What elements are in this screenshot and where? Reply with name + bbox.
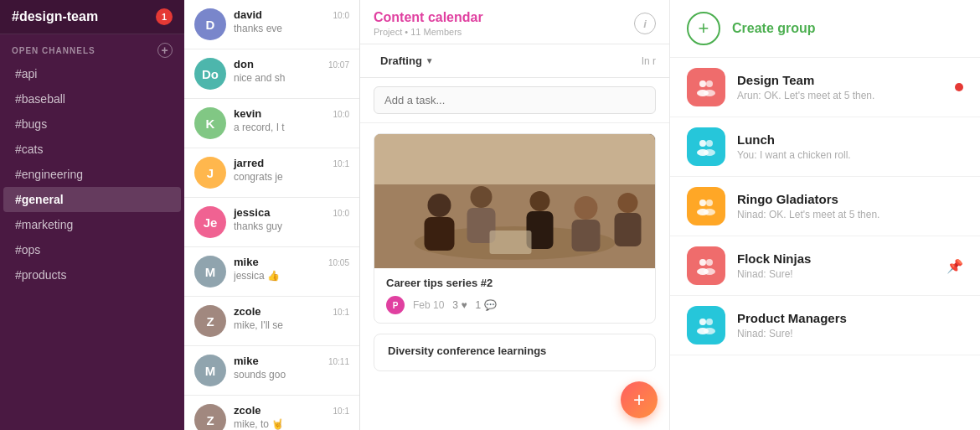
chat-time-zcole: 10:1 (333, 308, 349, 317)
svg-point-3 (428, 194, 451, 217)
chat-preview-mike2: sounds goo (234, 369, 349, 381)
main-title: Content calendar (374, 10, 483, 25)
chat-preview-jessica: thanks guy (234, 220, 349, 232)
group-info-product-managers: Product Managers Ninad: Sure! (737, 311, 963, 339)
chat-item-mike2[interactable]: M mike 10:11 sounds goo (184, 346, 359, 396)
chat-avatar-jessica: Je (194, 206, 226, 238)
group-preview-product-managers: Ninad: Sure! (737, 328, 963, 339)
create-group-label: Create group (732, 21, 816, 36)
main-toolbar: Drafting ▼ In r (360, 44, 669, 78)
group-item-ringo-gladiators[interactable]: Ringo Gladiators Ninad: OK. Let's meet a… (670, 177, 980, 236)
svg-point-7 (530, 191, 550, 211)
group-info-design-team: Design Team Arun: OK. Let's meet at 5 th… (737, 73, 963, 101)
svg-point-25 (704, 209, 715, 215)
sidebar-item-general[interactable]: #general (3, 187, 181, 212)
card-body: Career tips series #2 P Feb 10 3 ♥ 1 💬 (374, 268, 655, 323)
sidebar-item-ops[interactable]: #ops (3, 237, 181, 262)
add-task-fab[interactable]: + (621, 381, 658, 418)
chat-item-mike[interactable]: M mike 10:05 jessica 👍 (184, 247, 359, 297)
task-input[interactable] (374, 86, 656, 114)
right-panel: + Create group Design Team Arun: OK. Let… (670, 0, 980, 430)
group-item-flock-ninjas[interactable]: Flock Ninjas Ninad: Sure! 📌 (670, 236, 980, 296)
sidebar: #design-team 1 OPEN CHANNELS + #api#base… (0, 0, 184, 430)
svg-rect-12 (615, 213, 642, 246)
create-group-icon: + (687, 12, 720, 45)
svg-point-33 (704, 328, 715, 334)
card-comments: 1 💬 (476, 299, 497, 311)
group-name-flock-ninjas: Flock Ninjas (737, 251, 963, 266)
card-meta: P Feb 10 3 ♥ 1 💬 (386, 296, 643, 314)
sidebar-item-baseball[interactable]: #baseball (3, 86, 181, 111)
chat-name-david: david (234, 8, 262, 21)
drafting-button[interactable]: Drafting ▼ (374, 51, 441, 70)
chat-item-jarred[interactable]: J jarred 10:1 congrats je (184, 148, 359, 198)
create-group-button[interactable]: + Create group (670, 0, 980, 58)
chat-items-container: D david 10:0 thanks eve Do don 10:07 nic… (184, 0, 359, 430)
chat-info-don: don 10:07 nice and sh (234, 58, 349, 84)
group-preview-flock-ninjas: Ninad: Sure! (737, 268, 963, 280)
svg-rect-13 (490, 231, 532, 254)
chat-preview-mike: jessica 👍 (234, 270, 349, 282)
sidebar-item-bugs[interactable]: #bugs (3, 111, 181, 137)
group-list: Design Team Arun: OK. Let's meet at 5 th… (670, 58, 980, 355)
group-preview-ringo-gladiators: Ninad: OK. Let's meet at 5 then. (737, 209, 963, 220)
chat-item-david[interactable]: D david 10:0 thanks eve (184, 0, 359, 49)
sidebar-item-products[interactable]: #products (3, 262, 181, 288)
chat-time-kevin: 10:0 (333, 110, 349, 119)
chat-name-mike2: mike (234, 355, 259, 367)
add-channel-button[interactable]: + (157, 43, 173, 58)
sidebar-item-engineering[interactable]: #engineering (3, 162, 181, 187)
card-image (374, 134, 655, 268)
chat-name-jessica: jessica (234, 206, 270, 219)
group-info-ringo-gladiators: Ringo Gladiators Ninad: OK. Let's meet a… (737, 192, 963, 220)
info-icon[interactable]: i (634, 13, 656, 34)
svg-point-17 (704, 90, 715, 96)
group-icon-ringo-gladiators (687, 187, 725, 225)
chat-time-david: 10:0 (333, 11, 349, 20)
chat-avatar-mike2: M (194, 355, 226, 386)
group-info-flock-ninjas: Flock Ninjas Ninad: Sure! (737, 251, 963, 280)
chat-time-zcole2: 10:1 (333, 407, 349, 416)
chat-name-jarred: jarred (234, 157, 264, 169)
group-item-lunch[interactable]: Lunch You: I want a chicken roll. (670, 117, 980, 177)
chat-info-zcole2: zcole 10:1 mike, to 🤘 (234, 404, 349, 430)
main-header: Content calendar Project • 11 Members i (360, 0, 669, 44)
chat-item-zcole[interactable]: Z zcole 10:1 mike, I'll se (184, 297, 359, 346)
svg-rect-10 (572, 220, 601, 251)
chat-item-kevin[interactable]: K kevin 10:0 a record, I t (184, 99, 359, 148)
header-text-group: Content calendar Project • 11 Members (374, 10, 483, 37)
chat-preview-don: nice and sh (234, 72, 349, 84)
sidebar-item-cats[interactable]: #cats (3, 137, 181, 162)
svg-point-14 (699, 80, 706, 87)
group-name-ringo-gladiators: Ringo Gladiators (737, 192, 963, 206)
task-card-1[interactable]: Career tips series #2 P Feb 10 3 ♥ 1 💬 (374, 133, 656, 324)
channel-list: #api#baseball#bugs#cats#engineering#gene… (0, 61, 184, 288)
group-icon-design-team (687, 68, 725, 106)
group-icon-product-managers (687, 306, 725, 345)
chat-preview-zcole: mike, I'll se (234, 319, 349, 331)
chat-avatar-kevin: K (194, 107, 226, 139)
meeting-visual (374, 134, 655, 268)
chat-item-jessica[interactable]: Je jessica 10:0 thanks guy (184, 198, 359, 247)
card2-title: Diversity conference learnings (388, 345, 642, 357)
sidebar-item-api[interactable]: #api (3, 61, 181, 86)
group-item-product-managers[interactable]: Product Managers Ninad: Sure! (670, 296, 980, 355)
group-preview-lunch: You: I want a chicken roll. (737, 149, 963, 161)
chat-avatar-david: D (194, 8, 226, 40)
svg-point-27 (706, 259, 713, 266)
task-card-2[interactable]: Diversity conference learnings (374, 334, 656, 371)
group-item-design-team[interactable]: Design Team Arun: OK. Let's meet at 5 th… (670, 58, 980, 117)
chat-item-don[interactable]: Do don 10:07 nice and sh (184, 49, 359, 99)
card-area: Career tips series #2 P Feb 10 3 ♥ 1 💬 D… (360, 123, 669, 430)
svg-point-9 (575, 196, 598, 220)
chat-item-zcole2[interactable]: Z zcole 10:1 mike, to 🤘 (184, 396, 359, 430)
group-badge-design-team (955, 83, 963, 91)
svg-point-11 (618, 193, 638, 213)
main-content: Content calendar Project • 11 Members i … (360, 0, 670, 430)
svg-point-26 (699, 259, 706, 266)
svg-point-22 (699, 199, 706, 206)
sidebar-item-marketing[interactable]: #marketing (3, 212, 181, 237)
group-preview-design-team: Arun: OK. Let's meet at 5 then. (737, 90, 963, 101)
chat-name-zcole2: zcole (234, 404, 261, 417)
card-date: Feb 10 (413, 299, 444, 311)
